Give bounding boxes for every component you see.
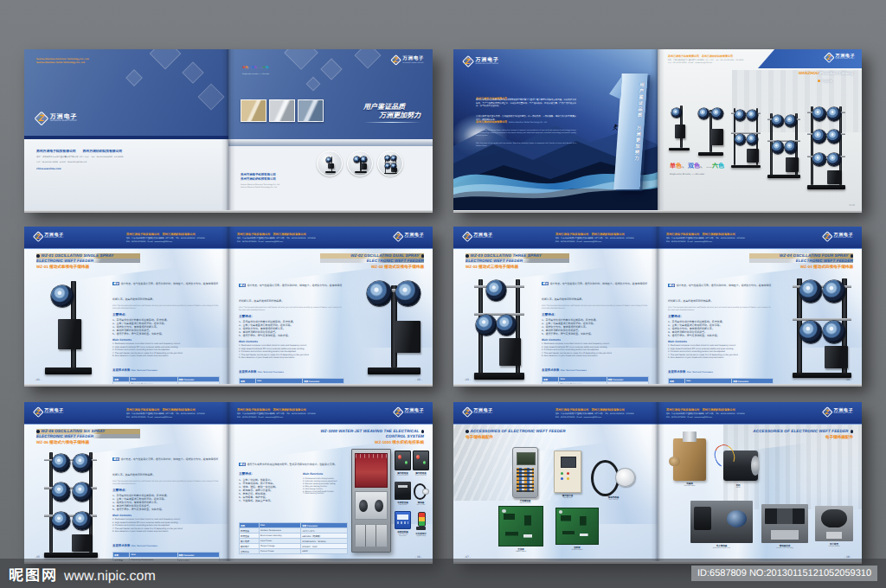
intro-paragraph-en: The company has always been taking the c… (476, 130, 576, 137)
features-label: 主要特点： (112, 313, 220, 317)
contact-line: FAX：86-512-63726099 E-mail：szwanzhou@126… (36, 160, 228, 163)
product-photo (767, 112, 801, 179)
image-id-badge: ID:6587809 NO:20130115121052059310 (691, 566, 877, 581)
item-caption: 电子储纬器Electronic Feeder Unit (690, 544, 753, 549)
item-caption: 操作显示盒Display Box (554, 494, 581, 499)
list-line: 5、适用于喷水、喷气等多种机型，安装方便。 (239, 334, 344, 337)
machine-part (735, 134, 746, 145)
diamond-z-icon: Z (462, 55, 474, 67)
product-title: WZ-01 OSCILLATING SINGLE SPRAYELECTRONIC… (36, 253, 140, 270)
product-photo (362, 275, 424, 375)
machine-part (367, 281, 392, 306)
design-board: Suzhou Wanzhou Electronic Technology Co.… (0, 0, 886, 588)
machine-part (772, 115, 784, 127)
colored-char: … (706, 163, 712, 169)
company-info: 苏州万洲电子科技有限公司 苏州万洲纺织科技有限公司地址：江苏省苏州市吴江区盛泽镇… (555, 232, 651, 243)
bullet-dot-icon (36, 430, 40, 433)
site-url: www.nipic.com (64, 569, 156, 585)
diamond-z-icon: Z (35, 112, 49, 126)
machine-part (73, 454, 92, 473)
item-caption: 张力装置Tension Device (815, 542, 853, 547)
page-header-band: Z 万洲电子WANZHOU ELECTRONIC 苏州万洲电子科技有限公司 苏州… (24, 227, 228, 249)
machine-part (698, 152, 723, 156)
valve-photo (673, 438, 706, 481)
params-label: 主要技术参数Main Technical Parameters (668, 361, 774, 377)
contents-list: 1. Dedicated computer controlled circuit… (542, 342, 649, 357)
page-number: - 03 - (464, 378, 471, 381)
accessory-pcb: 控制板Control Board (555, 508, 599, 551)
diamond-z-icon: Z (394, 406, 404, 417)
front-cover-footer: 苏州万洲电子科技有限公司 苏州万洲纺织科技有限公司 Suzhou Wanzhou… (228, 146, 433, 210)
list-line: 5、适用于喷水、喷气等多种机型，安装方便。 (668, 334, 774, 337)
params-label: 主要技术参数Main Technical Parameters (112, 360, 220, 375)
company-info: 苏州万洲电子科技有限公司 苏州万洲纺织科技有限公司地址：江苏省苏州市吴江区盛泽镇… (555, 407, 651, 419)
page-number: 01-02 (849, 204, 855, 207)
params-table: 项目Item参数 Parameter工作温度Operating Temperat… (112, 376, 220, 384)
spec-column: 概述设计先进，电气性能稳定可靠，适用各种纱线；储纬量大，退绕张力均匀，能有效降低… (112, 449, 220, 561)
bluebox-photo (395, 511, 411, 529)
brand-logo: Z 万洲电子WANZHOU ELECTRONIC (392, 56, 424, 64)
diamond-z-icon: Z (390, 54, 401, 66)
list-line: 5、适用于喷水、喷气等多种机型，安装方便。 (112, 508, 220, 511)
params-table: 项目Item参数 Parameter环境温度Ambient Temperatur… (239, 522, 348, 554)
accessory-pcb: 主控板Master Board (498, 506, 543, 553)
colored-char: 色 (266, 66, 268, 69)
item-caption: 电机Motor (715, 483, 761, 489)
page-body: WZ-02 OSCILLATING DUAL SPRAYELECTRONIC W… (228, 249, 433, 384)
page-body: ACCESSORIES OF ELECTRONIC WEFT FEEDER 电子… (658, 425, 862, 561)
contents-label: Main Contents (668, 340, 774, 343)
back-cover-page: Suzhou Wanzhou Electronic Technology Co.… (24, 49, 228, 210)
fabric-photo (298, 99, 324, 122)
features-label: 主要特点： (668, 315, 774, 319)
diamond-z-icon: Z (823, 231, 833, 241)
accessory-unit: 电子储纬器Electronic Feeder Unit (690, 501, 753, 549)
control-module (355, 491, 388, 520)
back-cover-footer: 苏州万洲电子科技有限公司苏州万洲纺织科技有限公司 地址：江苏省苏州市吴江区盛泽镇… (24, 139, 228, 210)
colored-char: 双 (688, 163, 694, 169)
bullet-dot-icon (36, 254, 40, 258)
features-list: 1、采用最优化设计的单片机控制系统，反应快捷。2、全数字化高速直流无刷电机驱动，… (542, 318, 649, 336)
functions-list: 1. Professional motor driving function.2… (303, 478, 351, 495)
diamond-z-icon: Z (394, 231, 404, 241)
spec-column: 概述设计先进，电气性能稳定可靠，适用各种纱线；储纬量大，退绕张力均匀，能有效降低… (668, 275, 774, 384)
item-caption: 储纬器总成Feeder Unit Assembly (761, 544, 808, 549)
spread-wz01-wz02: Z 万洲电子WANZHOU ELECTRONIC 苏州万洲电子科技有限公司 苏州… (24, 227, 433, 384)
intro-paragraph-cn: 万洲人本着“用户鉴证品质，万洲更加努力”的经营理念，以一流的品质、一流的服务，竭… (476, 115, 576, 121)
machine-part (325, 171, 337, 172)
page-header-band: Z 万洲电子WANZHOU ELECTRONIC 苏州万洲电子科技有限公司 苏州… (453, 402, 658, 425)
item-caption: 操作按钮盒Control Button (413, 471, 429, 476)
fabric-photo (269, 99, 295, 122)
brand-logo: Z 万洲电子WANZHOU ELECTRONIC (464, 57, 498, 66)
machine-part (711, 108, 723, 120)
params-label: 主要技术参数Main Technical Parameters (239, 361, 344, 377)
website-text: china-wanzhou.com (36, 167, 228, 170)
features-label: 主要特点： (239, 315, 344, 319)
accessory-blackbox: 电源变压器Transformer (395, 482, 411, 506)
page-body: ACCESSORIES OF ELECTRONIC WEFT FEEDER 电子… (453, 425, 658, 561)
control-module (355, 524, 388, 547)
list-line: 5. Auto detection of yarn break with ins… (542, 355, 649, 357)
colors-tagline: 单色、双色、…六色 Single-color, Bi-color, ——Six-… (670, 157, 724, 176)
page-header-band: Z 万洲电子WANZHOU ELECTRONIC 苏州万洲电子科技有限公司 苏州… (228, 227, 433, 249)
spread-intro: Z 万洲电子WANZHOU ELECTRONIC 苏州万洲电子科技有限公司Suz… (453, 49, 862, 210)
accessory-panel: 操作显示盒Display Box (554, 451, 581, 499)
colored-char: 六 (712, 163, 718, 169)
page-body: WZ-04 OSCILLATING FOUR SPRAYELECTRONIC W… (658, 249, 862, 384)
machine-part (731, 165, 761, 169)
page-header-band: Z 万洲电子WANZHOU ELECTRONIC 苏州万洲电子科技有限公司 苏州… (453, 227, 658, 249)
diamond-z-icon: Z (462, 231, 472, 241)
diamond-z-icon: Z (825, 52, 835, 62)
accessories-page-right: Z 万洲电子WANZHOU ELECTRONIC 苏州万洲电子科技有限公司 苏州… (658, 402, 862, 561)
brand-logo: Z 万洲电子WANZHOU ELECTRONIC (824, 233, 853, 240)
product-title: WZ-03 OSCILLATING THREE SPRAYELECTRONIC … (465, 253, 569, 270)
control-board (355, 453, 388, 488)
accessory-btnpanel: 操作按钮盒Control Button (395, 451, 411, 476)
product-page-wz-06: Z 万洲电子WANZHOU ELECTRONIC 苏州万洲电子科技有限公司 苏州… (24, 402, 228, 561)
functions-label: Main Functions (303, 472, 323, 476)
brand-logo: Z 万洲电子WANZHOU ELECTRONIC (464, 233, 493, 240)
blackbox-photo (395, 482, 411, 500)
machine-part (497, 315, 517, 336)
orange-dot-icon (818, 80, 820, 82)
params-table: 项目Item参数 Parameter工作温度Operating Temperat… (239, 378, 344, 384)
spec-column: 概述设计先进，电气性能稳定可靠，适用各种纱线；储纬量大，退绕张力均匀，能有效降低… (112, 273, 220, 384)
